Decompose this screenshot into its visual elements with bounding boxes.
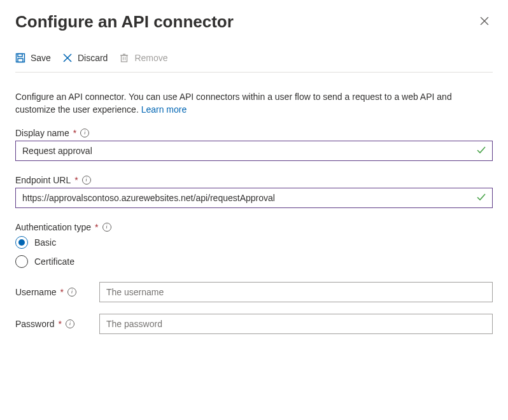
intro-text: Configure an API connector. You can use … [15, 90, 493, 116]
radio-unselected-icon [15, 255, 28, 268]
discard-label: Discard [78, 53, 108, 63]
remove-label: Remove [134, 53, 167, 63]
save-icon [15, 53, 25, 63]
display-name-input[interactable] [15, 141, 493, 161]
endpoint-url-label: Endpoint URL [15, 175, 71, 185]
svg-rect-4 [18, 59, 23, 62]
info-icon[interactable]: i [102, 223, 111, 232]
password-label: Password [15, 319, 54, 329]
save-label: Save [31, 53, 51, 63]
close-button[interactable] [476, 11, 493, 32]
radio-selected-icon [15, 236, 28, 249]
svg-rect-3 [18, 54, 22, 57]
info-icon[interactable]: i [82, 176, 91, 185]
required-asterisk: * [58, 319, 61, 329]
required-asterisk: * [73, 128, 76, 138]
discard-icon [62, 53, 73, 63]
password-input[interactable] [99, 314, 493, 334]
required-asterisk: * [74, 175, 78, 185]
info-icon[interactable]: i [66, 319, 74, 328]
save-button[interactable]: Save [15, 53, 51, 63]
info-icon[interactable]: i [67, 288, 76, 297]
auth-type-certificate-label: Certificate [34, 256, 74, 267]
required-asterisk: * [95, 222, 98, 232]
remove-button: Remove [119, 53, 167, 63]
learn-more-link[interactable]: Learn more [141, 104, 187, 115]
auth-type-label: Authentication type [15, 222, 91, 232]
discard-button[interactable]: Discard [62, 53, 108, 63]
auth-type-basic-label: Basic [34, 237, 56, 248]
display-name-label: Display name [15, 128, 69, 138]
username-input[interactable] [99, 282, 493, 302]
info-icon[interactable]: i [80, 129, 89, 137]
endpoint-url-input[interactable] [15, 188, 493, 208]
svg-rect-7 [122, 55, 127, 62]
auth-type-basic-radio[interactable]: Basic [15, 236, 493, 249]
required-asterisk: * [60, 287, 64, 297]
auth-type-certificate-radio[interactable]: Certificate [15, 255, 493, 268]
close-icon [480, 17, 489, 25]
trash-icon [119, 53, 129, 63]
username-label: Username [15, 287, 57, 297]
page-title: Configure an API connector [15, 12, 234, 32]
